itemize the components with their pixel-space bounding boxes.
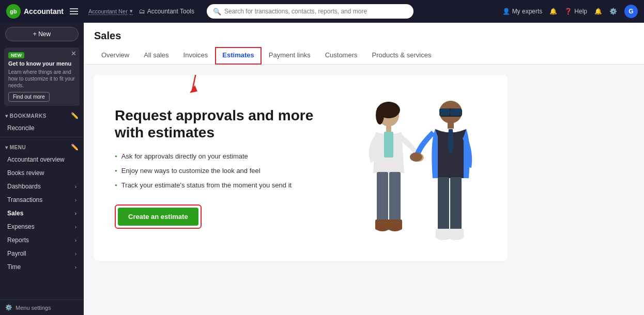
- tab-products-services[interactable]: Products & services: [365, 47, 439, 64]
- topbar-right: 👤 My experts 🔔 ❓ Help 🔔 ⚙️ G: [502, 5, 638, 18]
- svg-rect-18: [438, 177, 449, 234]
- svg-point-2: [376, 106, 384, 124]
- tab-overview[interactable]: Overview: [94, 47, 136, 64]
- sidebar-item-payroll[interactable]: Payroll ›: [0, 247, 84, 260]
- sidebar-item-expenses[interactable]: Expenses ›: [0, 220, 84, 233]
- svg-rect-14: [439, 108, 450, 116]
- accountant-tools[interactable]: 🗂 Accountant Tools: [139, 8, 194, 15]
- settings-button[interactable]: ⚙️: [609, 8, 617, 15]
- promo-illustration: [332, 85, 497, 261]
- create-estimate-wrapper: Create an estimate: [115, 204, 202, 229]
- svg-point-17: [410, 152, 422, 162]
- chevron-right-icon: ›: [75, 224, 76, 230]
- sidebar-item-accountant-overview[interactable]: Accountant overview: [0, 153, 84, 166]
- help-button[interactable]: ❓ Help: [564, 8, 587, 15]
- company-selector[interactable]: Accountant Ner ▾: [88, 8, 133, 15]
- promo-close-button[interactable]: ✕: [71, 50, 76, 57]
- bookmarks-section-header: ▾ BOOKMARKS ✏️: [0, 108, 84, 121]
- tabs-bar: Overview All sales Invoices Estimates Pa…: [94, 47, 634, 64]
- company-name: Accountant Ner: [88, 8, 128, 15]
- tab-invoices[interactable]: Invoices: [176, 47, 216, 64]
- svg-rect-15: [450, 108, 462, 116]
- svg-rect-11: [388, 219, 402, 230]
- promo-card: Request approvals and more with estimate…: [94, 75, 508, 261]
- content-area: Sales Overview All sales Invoices Estima…: [84, 23, 644, 315]
- sidebar-promo: ✕ NEW Get to know your menu Learn where …: [4, 48, 80, 106]
- sidebar-item-reconcile[interactable]: Reconcile: [0, 121, 84, 135]
- chevron-right-icon: ›: [75, 264, 76, 270]
- menu-edit-icon[interactable]: ✏️: [71, 144, 79, 151]
- svg-marker-25: [190, 85, 197, 93]
- menu-section-header: ▾ MENU ✏️: [0, 139, 84, 153]
- promo-text: Request approvals and more with estimate…: [115, 107, 321, 229]
- main-layout: + New ✕ NEW Get to know your menu Learn …: [0, 23, 644, 315]
- svg-rect-9: [375, 219, 390, 230]
- chevron-right-icon: ›: [75, 251, 76, 257]
- experts-icon: 👤: [502, 8, 510, 15]
- tab-all-sales[interactable]: All sales: [136, 47, 176, 64]
- svg-rect-16: [448, 122, 454, 129]
- company-dropdown-icon: ▾: [130, 8, 133, 15]
- search-input[interactable]: [224, 8, 407, 15]
- sidebar-item-reports[interactable]: Reports ›: [0, 233, 84, 247]
- chevron-right-icon: ›: [75, 197, 76, 203]
- promo-list: Ask for approvals directly on your estim…: [115, 152, 321, 191]
- create-estimate-button[interactable]: Create an estimate: [118, 208, 198, 226]
- my-experts-button[interactable]: 👤 My experts: [502, 8, 543, 15]
- page-title: Sales: [94, 30, 634, 42]
- chevron-right-icon: ›: [75, 211, 76, 216]
- gear-icon: ⚙️: [609, 8, 617, 15]
- sidebar-item-dashboards[interactable]: Dashboards ›: [0, 180, 84, 193]
- sidebar-item-transactions[interactable]: Transactions ›: [0, 193, 84, 207]
- search-icon: 🔍: [213, 8, 221, 15]
- new-button[interactable]: + New: [5, 27, 79, 41]
- gear-icon: ⚙️: [5, 304, 12, 311]
- content-body: Request approvals and more with estimate…: [84, 65, 644, 271]
- promo-description: Learn where things are and how to custom…: [8, 69, 75, 89]
- help-label: Help: [574, 8, 587, 15]
- list-item: Ask for approvals directly on your estim…: [115, 152, 321, 161]
- svg-rect-19: [450, 177, 462, 234]
- tools-label: Accountant Tools: [147, 8, 194, 15]
- logo-icon: gb: [6, 4, 21, 19]
- user-avatar[interactable]: G: [624, 5, 638, 18]
- list-item: Enjoy new ways to customize the look and…: [115, 166, 321, 176]
- svg-rect-3: [386, 125, 391, 132]
- search-box[interactable]: 🔍: [207, 4, 413, 19]
- promo-title: Get to know your menu: [8, 60, 75, 67]
- list-item: Track your estimate's status from the mo…: [115, 181, 321, 190]
- alert-icon: 🔔: [594, 8, 602, 15]
- svg-rect-4: [384, 132, 393, 158]
- brand-name: Accountant: [24, 7, 64, 15]
- chevron-right-icon: ›: [75, 238, 76, 243]
- sidebar-item-time[interactable]: Time ›: [0, 260, 84, 274]
- illustration-svg: [334, 96, 495, 261]
- svg-line-24: [192, 75, 208, 90]
- tab-payment-links[interactable]: Payment links: [262, 47, 318, 64]
- tab-customers[interactable]: Customers: [318, 47, 365, 64]
- topbar: gb Accountant Accountant Ner ▾ 🗂 Account…: [0, 0, 644, 23]
- sidebar-divider: [0, 137, 84, 137]
- sidebar-item-sales[interactable]: Sales ›: [0, 207, 84, 220]
- tab-estimates[interactable]: Estimates: [215, 47, 261, 65]
- hamburger-menu[interactable]: [70, 8, 78, 14]
- notifications-button[interactable]: 🔔: [549, 8, 557, 15]
- svg-rect-6: [377, 172, 388, 224]
- help-icon: ❓: [564, 8, 572, 15]
- find-out-button[interactable]: Find out more: [8, 92, 50, 102]
- content-header: Sales Overview All sales Invoices Estima…: [84, 23, 644, 65]
- chevron-right-icon: ›: [75, 184, 76, 190]
- sidebar-item-books-review[interactable]: Books review: [0, 166, 84, 180]
- menu-settings[interactable]: ⚙️ Menu settings: [0, 300, 84, 315]
- sidebar: + New ✕ NEW Get to know your menu Learn …: [0, 23, 84, 315]
- alerts-button[interactable]: 🔔: [594, 8, 602, 15]
- my-experts-label: My experts: [512, 8, 543, 15]
- new-badge: NEW: [8, 52, 24, 58]
- bell-icon: 🔔: [549, 8, 557, 15]
- bookmarks-edit-icon[interactable]: ✏️: [71, 112, 79, 119]
- app-logo: gb Accountant: [6, 4, 64, 19]
- svg-rect-23: [448, 229, 464, 238]
- promo-title: Request approvals and more with estimate…: [115, 107, 321, 141]
- svg-rect-7: [389, 172, 401, 224]
